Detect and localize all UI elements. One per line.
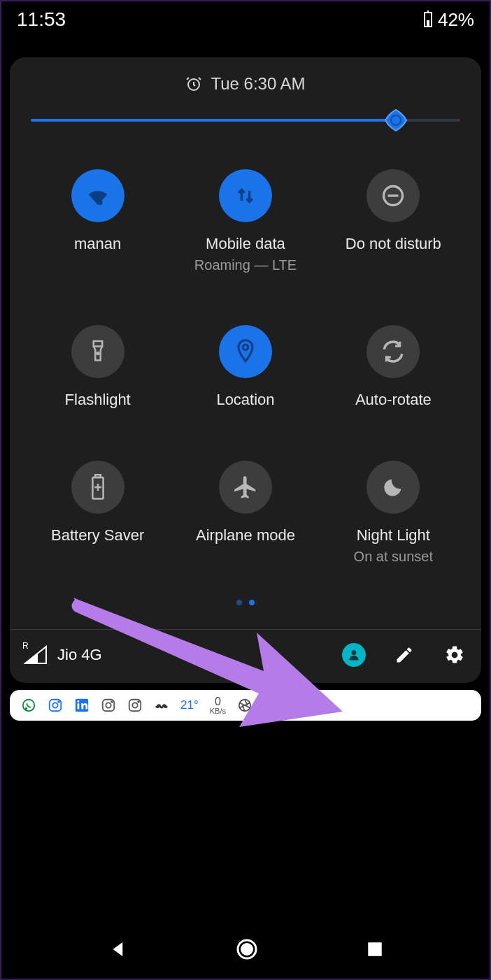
tile-sublabel: Roaming — LTE (194, 257, 297, 273)
home-circle-icon (234, 937, 259, 962)
tile-battery-saver[interactable]: Battery Saver (24, 461, 171, 565)
status-right: 42% (424, 9, 474, 31)
tile-night-light[interactable]: Night Light On at sunset (320, 461, 467, 565)
alarm-icon (185, 75, 202, 92)
data-arrows-icon (219, 169, 272, 222)
nav-bar (1, 930, 490, 969)
tile-airplane-mode[interactable]: Airplane mode (171, 461, 319, 565)
user-switch-button[interactable] (341, 642, 367, 668)
dnd-icon (367, 169, 420, 222)
tiles-grid: manan Mobile data Roaming — LTE Do not d… (10, 143, 481, 579)
slider-thumb[interactable] (384, 108, 408, 132)
aperture-icon (237, 698, 252, 713)
pencil-icon (394, 645, 414, 665)
tile-flashlight[interactable]: Flashlight (24, 325, 171, 409)
svg-point-21 (132, 702, 137, 707)
tile-label: Night Light (357, 526, 430, 545)
svg-point-12 (52, 702, 57, 707)
status-bar: 11:53 42% (1, 1, 490, 38)
location-icon (219, 325, 272, 378)
battery-percent: 42% (438, 9, 474, 31)
alarm-row[interactable]: Tue 6:30 AM (10, 57, 481, 102)
share-icon (264, 698, 279, 713)
page-dot (249, 600, 255, 605)
more-dot (320, 703, 324, 707)
tile-dnd[interactable]: Do not disturb (320, 169, 467, 273)
whatsapp-icon (21, 698, 36, 713)
svg-rect-4 (93, 341, 102, 347)
svg-rect-30 (368, 942, 382, 956)
svg-point-13 (58, 701, 59, 702)
moon-icon (367, 461, 420, 514)
clock: 11:53 (17, 8, 66, 31)
svg-point-19 (111, 701, 113, 702)
page-dot (236, 600, 242, 605)
svg-point-22 (138, 701, 139, 702)
tile-label: Mobile data (206, 235, 285, 253)
instagram-icon (101, 698, 116, 713)
notification-strip[interactable]: 21° 0 KB/s (10, 690, 481, 721)
roaming-badge: R (22, 641, 29, 651)
wifi-icon (71, 169, 124, 222)
brightness-slider[interactable] (10, 102, 481, 143)
tile-label: Battery Saver (51, 526, 144, 545)
network-speed: 0 KB/s (210, 696, 226, 715)
gear-icon (444, 644, 465, 665)
tile-mobile-data[interactable]: Mobile data Roaming — LTE (171, 169, 319, 273)
tile-wifi[interactable]: manan (24, 169, 171, 273)
carrier-info[interactable]: R Jio 4G (24, 645, 102, 665)
telegram-icon (290, 698, 306, 713)
svg-point-9 (352, 650, 357, 655)
mustache-icon (154, 698, 169, 713)
tile-label: Auto-rotate (355, 391, 432, 409)
tile-location[interactable]: Location (171, 325, 319, 409)
tile-auto-rotate[interactable]: Auto-rotate (320, 325, 467, 409)
edit-tiles-button[interactable] (392, 642, 417, 668)
nav-back-button[interactable] (108, 939, 129, 960)
alarm-text: Tue 6:30 AM (211, 74, 305, 94)
svg-point-6 (243, 345, 248, 350)
temperature: 21° (180, 698, 199, 712)
nav-home-button[interactable] (234, 937, 259, 962)
svg-point-16 (77, 700, 79, 702)
panel-footer: R Jio 4G (10, 630, 481, 683)
tile-label: Airplane mode (196, 526, 295, 545)
back-triangle-icon (108, 939, 129, 960)
footer-actions (341, 642, 467, 668)
user-icon (342, 643, 366, 667)
rotate-icon (367, 325, 420, 378)
settings-button[interactable] (442, 642, 467, 668)
instagram-icon (127, 698, 143, 713)
tile-label: Do not disturb (346, 235, 441, 253)
flashlight-icon (71, 325, 124, 378)
slider-track (31, 119, 460, 122)
svg-point-10 (23, 700, 35, 712)
svg-point-5 (97, 352, 99, 354)
linkedin-icon (74, 698, 90, 713)
signal-icon: R (24, 645, 48, 665)
svg-point-29 (241, 943, 253, 956)
slider-fill (31, 119, 396, 122)
quick-settings-panel: Tue 6:30 AM manan Mobile data Roaming — … (10, 57, 481, 683)
svg-rect-8 (95, 475, 101, 477)
battery-saver-icon (71, 461, 124, 514)
tile-label: Location (216, 391, 274, 409)
nav-recents-button[interactable] (366, 940, 384, 958)
recents-square-icon (366, 940, 384, 958)
svg-point-2 (391, 115, 401, 125)
svg-rect-15 (78, 703, 80, 709)
svg-point-18 (106, 702, 111, 707)
tile-label: manan (74, 235, 121, 253)
page-indicator (10, 579, 481, 629)
instagram-icon (48, 698, 63, 713)
carrier-label: Jio 4G (57, 646, 102, 664)
battery-icon (424, 12, 432, 27)
tile-sublabel: On at sunset (354, 549, 433, 565)
tile-label: Flashlight (65, 391, 131, 409)
airplane-icon (219, 461, 272, 514)
